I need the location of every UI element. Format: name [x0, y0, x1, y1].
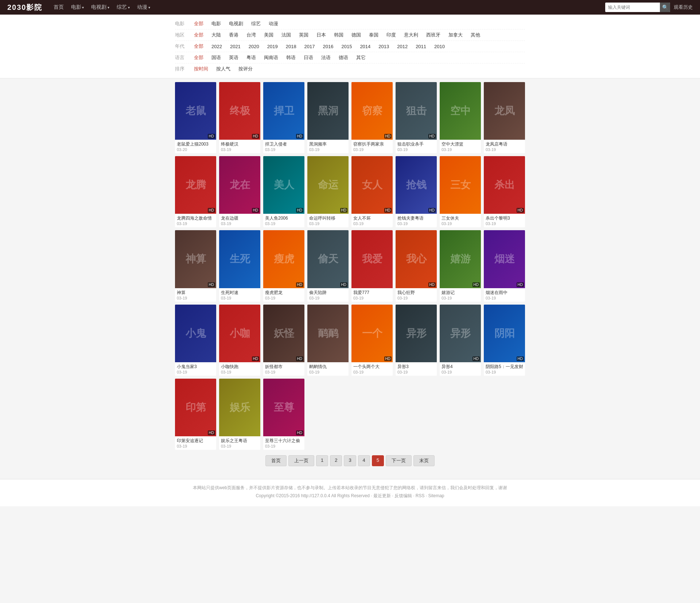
- filter-region-it[interactable]: 意大利: [402, 31, 420, 39]
- movie-item[interactable]: 印第HD印第安追逐记03-19: [175, 379, 216, 450]
- filter-lang-japanese[interactable]: 日语: [302, 54, 315, 61]
- filter-region-mainland[interactable]: 大陆: [209, 31, 223, 39]
- movie-item[interactable]: 命运HD命运呼叫转移03-19: [307, 156, 349, 227]
- filter-year-all[interactable]: 全部: [192, 43, 206, 50]
- filter-lang-english[interactable]: 英语: [227, 54, 241, 61]
- filter-type-tv[interactable]: 电视剧: [227, 20, 245, 27]
- page-next[interactable]: 下一页: [386, 455, 412, 466]
- page-last[interactable]: 末页: [413, 455, 435, 466]
- nav-home[interactable]: 首页: [54, 4, 64, 11]
- filter-region-other[interactable]: 其他: [468, 31, 482, 39]
- movie-item[interactable]: 终极HD终极硬汉03-19: [219, 82, 260, 153]
- filter-region-hk[interactable]: 香港: [227, 31, 241, 39]
- filter-type-all[interactable]: 全部: [192, 20, 206, 27]
- movie-item[interactable]: 美人HD美人鱼200603-19: [263, 156, 304, 227]
- movie-item[interactable]: 至尊HD至尊三十六计之偷03-19: [263, 379, 304, 450]
- movie-item[interactable]: 嬉游HD嬉游记03-19: [440, 230, 481, 301]
- movie-item[interactable]: 偷天HD偷天陷阱03-19: [307, 230, 349, 301]
- nav-tv[interactable]: 电视剧: [91, 4, 109, 11]
- filter-year-2018[interactable]: 2018: [284, 43, 299, 50]
- filter-year-2011[interactable]: 2011: [413, 43, 428, 50]
- movie-item[interactable]: 黑洞黑洞频率03-19: [307, 82, 349, 153]
- movie-item[interactable]: 抢钱HD抢钱夫妻粤语03-19: [396, 156, 437, 227]
- movie-item[interactable]: 杀出HD杀出个黎明303-19: [484, 156, 525, 227]
- filter-region-es[interactable]: 西班牙: [424, 31, 443, 39]
- movie-item[interactable]: 空中空中大漂篮03-19: [440, 82, 481, 153]
- movie-item[interactable]: 神算HD神算03-19: [175, 230, 216, 301]
- movie-item[interactable]: 狙击HD狙击职业杀手03-19: [396, 82, 437, 153]
- page-4[interactable]: 4: [358, 455, 370, 466]
- filter-lang-cantonese[interactable]: 粤语: [244, 54, 258, 61]
- filter-lang-korean[interactable]: 韩语: [284, 54, 298, 61]
- movie-item[interactable]: 我心HD我心狂野03-19: [396, 230, 437, 301]
- page-prev[interactable]: 上一页: [288, 455, 314, 466]
- filter-lang-all[interactable]: 全部: [192, 54, 206, 61]
- page-5[interactable]: 5: [372, 455, 384, 466]
- filter-year-2016[interactable]: 2016: [321, 43, 336, 50]
- movie-item[interactable]: 娱乐娱乐之王粤语03-19: [219, 379, 260, 450]
- movie-item[interactable]: 生死生死时速03-19: [219, 230, 260, 301]
- filter-type-variety[interactable]: 综艺: [249, 20, 263, 27]
- page-3[interactable]: 3: [344, 455, 356, 466]
- filter-region-tw[interactable]: 台湾: [244, 31, 258, 39]
- nav-movies[interactable]: 电影: [71, 4, 84, 11]
- filter-lang-other[interactable]: 其它: [354, 54, 368, 61]
- filter-sort-popularity[interactable]: 按人气: [214, 65, 233, 73]
- movie-item[interactable]: 小咖HD小咖快跑03-19: [219, 305, 260, 376]
- movie-item[interactable]: 龙在HD龙在边疆03-19: [219, 156, 260, 227]
- movie-item[interactable]: 龙凤龙凤店粤语03-19: [484, 82, 525, 153]
- filter-year-2020[interactable]: 2020: [246, 43, 261, 50]
- movie-item[interactable]: 老鼠HD老鼠爱上猫200303-20: [175, 82, 216, 153]
- filter-region-kr[interactable]: 韩国: [332, 31, 346, 39]
- movie-item[interactable]: 瘦虎HD瘦虎肥龙03-19: [263, 230, 304, 301]
- filter-year-2015[interactable]: 2015: [339, 43, 354, 50]
- movie-item[interactable]: 异形HD异形403-19: [440, 305, 481, 376]
- filter-year-2022[interactable]: 2022: [209, 43, 224, 50]
- movie-item[interactable]: 捍卫HD捍卫入侵者03-19: [263, 82, 304, 153]
- filter-year-2019[interactable]: 2019: [265, 43, 280, 50]
- filter-type-movie[interactable]: 电影: [209, 20, 223, 27]
- page-1[interactable]: 1: [316, 455, 328, 466]
- filter-region-ca[interactable]: 加拿大: [446, 31, 465, 39]
- filter-sort-rating[interactable]: 按评分: [236, 65, 255, 73]
- movie-item[interactable]: 小鬼小鬼当家303-19: [175, 305, 216, 376]
- filter-region-us[interactable]: 美国: [262, 31, 276, 39]
- filter-region-de[interactable]: 德国: [349, 31, 363, 39]
- filter-region-in[interactable]: 印度: [384, 31, 398, 39]
- filter-region-all[interactable]: 全部: [192, 31, 206, 39]
- movie-item[interactable]: 鸸鸸鸸鸸情仇03-19: [307, 305, 349, 376]
- movie-item[interactable]: 龙腾HD龙腾四海之敌命情03-19: [175, 156, 216, 227]
- page-first[interactable]: 首页: [265, 455, 287, 466]
- watch-history-link[interactable]: 观看历史: [674, 4, 693, 11]
- search-input[interactable]: [605, 3, 660, 12]
- filter-region-th[interactable]: 泰国: [367, 31, 381, 39]
- movie-item[interactable]: 三女三女休夫03-19: [440, 156, 481, 227]
- movie-item[interactable]: 烟迷HD烟迷在雨中03-19: [484, 230, 525, 301]
- filter-region-fr[interactable]: 法国: [279, 31, 293, 39]
- search-button[interactable]: 🔍: [660, 3, 670, 12]
- filter-year-2010[interactable]: 2010: [432, 43, 447, 50]
- movie-item[interactable]: 女人HD女人不坏03-19: [351, 156, 393, 227]
- page-2[interactable]: 2: [330, 455, 342, 466]
- filter-year-2013[interactable]: 2013: [376, 43, 391, 50]
- filter-lang-french[interactable]: 法语: [319, 54, 333, 61]
- movie-item[interactable]: 窃察HD窃察扒手两家亲03-19: [351, 82, 393, 153]
- movie-item[interactable]: 一个HD一个头两个大03-19: [351, 305, 393, 376]
- nav-variety[interactable]: 综艺: [117, 4, 130, 11]
- filter-region-jp[interactable]: 日本: [314, 31, 328, 39]
- movie-item[interactable]: 我爱我爱77703-19: [351, 230, 393, 301]
- nav-anime[interactable]: 动漫: [137, 4, 150, 11]
- movie-item[interactable]: 异形异形303-19: [396, 305, 437, 376]
- filter-year-2014[interactable]: 2014: [358, 43, 373, 50]
- filter-lang-mandarin[interactable]: 国语: [209, 54, 223, 61]
- movie-item[interactable]: 阴阳HD阴阳路5：一见发财03-19: [484, 305, 525, 376]
- filter-region-uk[interactable]: 英国: [297, 31, 311, 39]
- filter-year-2017[interactable]: 2017: [302, 43, 317, 50]
- filter-type-anime[interactable]: 动漫: [267, 20, 280, 27]
- movie-item[interactable]: 妖怪HD妖怪都市03-19: [263, 305, 304, 376]
- filter-lang-minnan[interactable]: 闽南语: [262, 54, 280, 61]
- filter-lang-german[interactable]: 德语: [337, 54, 350, 61]
- filter-year-2012[interactable]: 2012: [395, 43, 410, 50]
- filter-sort-time[interactable]: 按时间: [192, 65, 210, 73]
- filter-year-2021[interactable]: 2021: [228, 43, 243, 50]
